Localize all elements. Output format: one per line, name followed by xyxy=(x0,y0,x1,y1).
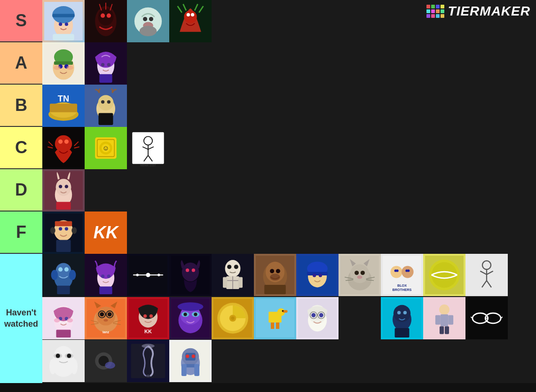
tier-item[interactable] xyxy=(42,254,85,296)
svg-point-246 xyxy=(192,355,195,358)
tier-item[interactable]: TN xyxy=(42,85,85,127)
tier-item[interactable] xyxy=(127,254,169,296)
tier-item[interactable] xyxy=(42,340,85,382)
svg-point-92 xyxy=(107,274,110,278)
tier-item[interactable]: lanz xyxy=(85,297,127,339)
svg-rect-238 xyxy=(131,344,166,378)
svg-rect-215 xyxy=(448,315,453,324)
svg-point-100 xyxy=(182,263,199,282)
svg-point-168 xyxy=(108,312,112,316)
tier-item[interactable]: nitnot 1337 xyxy=(127,127,169,169)
svg-text:lanz: lanz xyxy=(102,330,109,334)
tier-item[interactable] xyxy=(169,254,212,296)
tier-item[interactable] xyxy=(212,254,254,296)
tier-item[interactable] xyxy=(127,340,169,382)
svg-text:TN: TN xyxy=(58,94,69,103)
tier-item[interactable]: BLOX BROTHERS xyxy=(381,254,423,296)
svg-rect-214 xyxy=(435,315,441,324)
tier-item[interactable] xyxy=(42,127,85,169)
svg-point-131 xyxy=(361,271,365,275)
svg-rect-110 xyxy=(223,277,227,288)
svg-point-174 xyxy=(143,314,147,317)
svg-point-91 xyxy=(101,274,104,278)
tier-item[interactable] xyxy=(169,340,212,382)
svg-point-14 xyxy=(143,17,147,21)
svg-rect-25 xyxy=(54,61,73,64)
tier-item[interactable] xyxy=(339,254,381,296)
svg-point-231 xyxy=(49,359,56,375)
svg-rect-3 xyxy=(52,14,74,17)
tier-item[interactable] xyxy=(169,297,212,339)
svg-point-32 xyxy=(101,63,104,66)
svg-point-127 xyxy=(350,264,369,283)
svg-rect-210 xyxy=(395,328,410,337)
tier-label-b: B xyxy=(0,85,42,126)
tier-item[interactable] xyxy=(42,0,85,42)
tier-label-d: D xyxy=(0,169,42,211)
tier-label-c: C xyxy=(0,127,42,168)
svg-point-68 xyxy=(59,185,62,188)
tier-item[interactable] xyxy=(465,254,508,296)
tier-item[interactable] xyxy=(85,42,127,85)
svg-point-229 xyxy=(56,354,60,358)
tier-item[interactable] xyxy=(85,254,127,296)
tier-item[interactable] xyxy=(42,297,85,339)
svg-point-123 xyxy=(313,274,316,277)
tier-item[interactable] xyxy=(254,254,296,296)
tier-label-s: S xyxy=(0,0,42,41)
svg-text:☺: ☺ xyxy=(102,144,110,152)
tier-items-d xyxy=(42,169,536,212)
tier-item[interactable] xyxy=(169,0,212,42)
svg-point-76 xyxy=(50,227,55,234)
svg-rect-88 xyxy=(57,286,70,294)
tier-row-d: D xyxy=(0,169,536,212)
svg-point-86 xyxy=(51,270,58,280)
tier-item[interactable] xyxy=(423,254,465,296)
tier-item[interactable] xyxy=(42,169,85,212)
tier-item[interactable] xyxy=(423,297,465,339)
svg-point-208 xyxy=(397,311,401,314)
tier-items-c: ☺ nitnot 1 xyxy=(42,127,536,169)
svg-point-167 xyxy=(100,312,104,316)
tier-row-havent-watched: Haven't watched xyxy=(0,254,536,383)
tier-item[interactable] xyxy=(254,297,296,339)
tier-row-a: A xyxy=(0,42,536,85)
tier-item[interactable] xyxy=(42,42,85,85)
tier-item[interactable]: KK xyxy=(127,297,169,339)
tier-item[interactable] xyxy=(85,340,127,382)
svg-point-5 xyxy=(65,23,68,26)
svg-point-182 xyxy=(183,313,187,316)
svg-point-102 xyxy=(192,268,195,272)
tier-item[interactable] xyxy=(465,297,508,339)
svg-point-144 xyxy=(432,262,457,288)
tier-item[interactable] xyxy=(296,254,339,296)
svg-point-44 xyxy=(107,100,110,103)
tier-item[interactable] xyxy=(127,0,169,42)
tier-item[interactable] xyxy=(85,0,127,42)
svg-point-189 xyxy=(231,316,234,320)
svg-point-101 xyxy=(186,268,189,272)
tier-label-a: A xyxy=(0,42,42,84)
svg-point-17 xyxy=(140,26,157,36)
svg-point-73 xyxy=(59,227,62,230)
tier-item[interactable]: ☺ xyxy=(85,127,127,169)
tier-item[interactable] xyxy=(296,297,339,339)
tier-item[interactable] xyxy=(212,297,254,339)
tier-item[interactable] xyxy=(42,212,85,254)
svg-rect-45 xyxy=(99,113,113,125)
svg-point-77 xyxy=(71,227,77,234)
svg-point-158 xyxy=(67,318,73,322)
tier-item[interactable] xyxy=(381,297,423,339)
svg-point-49 xyxy=(64,140,69,144)
tier-item[interactable] xyxy=(85,85,127,127)
svg-rect-75 xyxy=(55,221,72,226)
svg-point-105 xyxy=(227,265,231,269)
svg-point-175 xyxy=(150,314,153,317)
tier-item[interactable]: KK xyxy=(85,212,127,254)
svg-point-236 xyxy=(105,362,115,369)
svg-rect-118 xyxy=(264,285,286,294)
svg-point-97 xyxy=(146,273,150,277)
svg-point-83 xyxy=(56,263,71,278)
tier-row-f: F xyxy=(0,212,536,254)
svg-point-9 xyxy=(98,8,114,25)
